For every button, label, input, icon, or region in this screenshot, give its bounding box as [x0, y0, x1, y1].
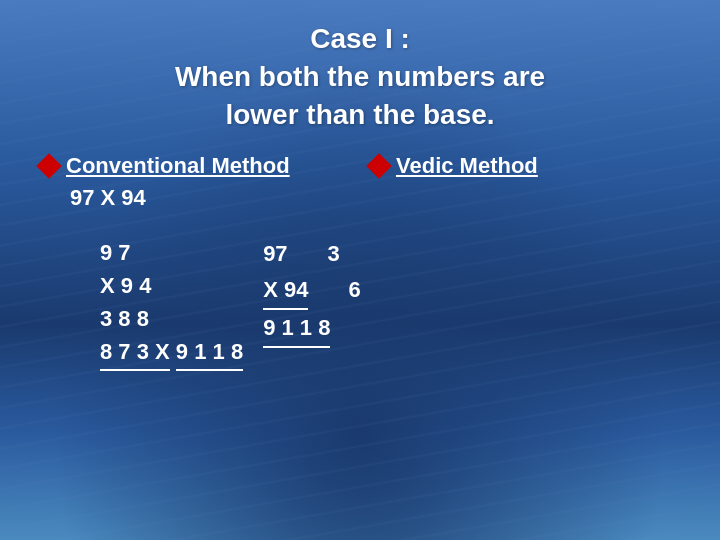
vedic-calculation: 97 3 X 94 6 9 1 1 8 [243, 236, 640, 348]
conv-step-4: 8 7 3 X [100, 335, 170, 371]
vedic-result: 9 1 1 8 [263, 310, 330, 348]
slide-title: Case I : When both the numbers are lower… [40, 20, 680, 133]
conventional-method-title: Conventional Method [40, 153, 350, 179]
conventional-calculation: 9 7 X 9 4 3 8 8 8 7 3 X 9 1 1 8 [100, 236, 243, 371]
title-line1: Case I : [310, 23, 410, 54]
vedic-label: Vedic Method [396, 153, 538, 179]
vedic-method-section: Vedic Method [350, 153, 680, 185]
bullet-icon-vedic [366, 154, 391, 179]
conv-step-3: 3 8 8 [100, 302, 243, 335]
conv-step-2: X 9 4 [100, 269, 243, 302]
vedic-line2-right: 6 [348, 272, 360, 310]
vedic-line2: X 94 6 [263, 272, 640, 310]
conv-step-5: 9 1 1 8 [176, 335, 243, 371]
conv-step-1: 9 7 [100, 236, 243, 269]
vedic-line2-left: X 94 [263, 272, 308, 310]
vedic-line3: 9 1 1 8 [263, 310, 640, 348]
vedic-line1-left: 97 [263, 236, 287, 271]
conventional-label: Conventional Method [66, 153, 290, 179]
bullet-icon-conventional [36, 154, 61, 179]
conventional-method-section: Conventional Method 97 X 94 [40, 153, 350, 226]
vedic-method-title: Vedic Method [370, 153, 680, 179]
title-line3: lower than the base. [225, 99, 494, 130]
title-line2: When both the numbers are [175, 61, 545, 92]
vedic-line1-right: 3 [328, 236, 340, 271]
vedic-line1: 97 3 [263, 236, 640, 271]
conventional-equation: 97 X 94 [70, 185, 350, 211]
